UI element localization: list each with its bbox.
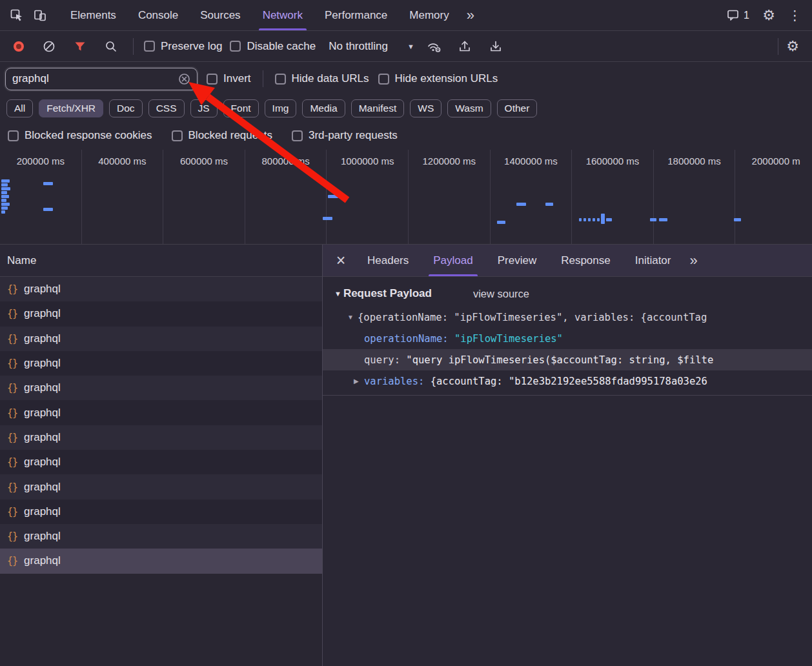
request-bar <box>545 203 553 206</box>
request-row[interactable]: {}graphql <box>0 301 322 326</box>
filter-chip-ws[interactable]: WS <box>410 99 442 117</box>
close-details-icon[interactable]: × <box>327 252 355 268</box>
request-row[interactable]: {}graphql <box>0 524 322 549</box>
record-network-log-button[interactable] <box>14 41 24 52</box>
request-row[interactable]: {}graphql <box>0 400 322 425</box>
filter-chip-media[interactable]: Media <box>302 99 345 117</box>
console-messages-indicator[interactable]: 1 <box>726 8 755 22</box>
tab-performance[interactable]: Performance <box>314 0 398 30</box>
filter-chip-font[interactable]: Font <box>223 99 259 117</box>
hide-extension-urls-checkbox[interactable]: Hide extension URLs <box>378 72 498 85</box>
filter-input[interactable] <box>12 72 173 85</box>
request-bar <box>1 195 9 198</box>
request-row[interactable]: {}graphql <box>0 425 322 450</box>
blocked-requests-checkbox[interactable]: Blocked requests <box>172 129 272 142</box>
tab-network[interactable]: Network <box>252 0 314 30</box>
more-tabs-icon[interactable]: » <box>460 7 481 24</box>
invert-checkbox[interactable]: Invert <box>207 72 251 85</box>
request-name: graphql <box>24 307 61 320</box>
json-file-icon: {} <box>7 456 17 468</box>
clear-network-log-icon[interactable] <box>37 35 61 58</box>
tab-console[interactable]: Console <box>127 0 189 30</box>
payload-variables-line[interactable]: ▶ variables: {accountTag: "b12e3b2192ee5… <box>323 370 812 392</box>
request-row[interactable]: {}graphql <box>0 376 322 400</box>
disable-cache-label: Disable cache <box>247 40 316 53</box>
settings-icon[interactable]: ⚙ <box>757 4 780 27</box>
filter-chip-img[interactable]: Img <box>265 99 297 117</box>
request-row[interactable]: {}graphql <box>0 277 322 301</box>
invert-label: Invert <box>223 72 251 85</box>
filter-chip-wasm[interactable]: Wasm <box>447 99 491 117</box>
filter-chip-css[interactable]: CSS <box>148 99 185 117</box>
checkbox-label: Blocked response cookies <box>25 129 152 142</box>
request-row[interactable]: {}graphql <box>0 450 322 474</box>
tab-sources[interactable]: Sources <box>189 0 251 30</box>
detail-tab-strip: HeadersPayloadPreviewResponseInitiator <box>355 245 683 276</box>
payload-root-line[interactable]: ▼ {operationName: "ipFlowTimeseries", va… <box>323 307 812 328</box>
filter-chip-other[interactable]: Other <box>497 99 538 117</box>
request-bar <box>734 218 741 221</box>
request-bar <box>593 218 595 221</box>
request-name: graphql <box>24 505 61 518</box>
request-row[interactable]: {}graphql <box>0 474 322 499</box>
filter-chip-doc[interactable]: Doc <box>109 99 143 117</box>
tab-memory[interactable]: Memory <box>398 0 460 30</box>
menu-icon[interactable]: ⋮ <box>783 8 807 22</box>
request-row[interactable]: {}graphql <box>0 549 322 573</box>
devtools-tabbar: ElementsConsoleSourcesNetworkPerformance… <box>0 0 812 31</box>
export-har-icon[interactable] <box>453 35 476 58</box>
request-bar <box>1 199 6 202</box>
disable-cache-checkbox[interactable]: Disable cache <box>230 40 316 53</box>
payload-operation-line[interactable]: operationName: "ipFlowTimeseries" <box>323 328 812 349</box>
preserve-log-checkbox[interactable]: Preserve log <box>144 40 222 53</box>
more-detail-tabs-icon[interactable]: » <box>683 252 704 269</box>
request-bar <box>584 218 586 221</box>
preserve-log-label: Preserve log <box>161 40 222 53</box>
hide-data-urls-checkbox[interactable]: Hide data URLs <box>275 72 369 85</box>
tabbar-right-controls: 1 ⚙ ⋮ <box>726 4 807 27</box>
detail-tab-payload[interactable]: Payload <box>421 245 485 276</box>
network-settings-icon[interactable]: ⚙ <box>781 35 804 58</box>
tab-elements[interactable]: Elements <box>59 0 127 30</box>
detail-tab-response[interactable]: Response <box>549 245 623 276</box>
import-har-icon[interactable] <box>484 35 507 58</box>
filter-chip-manifest[interactable]: Manifest <box>351 99 405 117</box>
hide-extension-urls-label: Hide extension URLs <box>395 72 498 85</box>
filter-chip-fetch-xhr[interactable]: Fetch/XHR <box>39 99 103 117</box>
filter-chip-js[interactable]: JS <box>190 99 218 117</box>
search-icon[interactable] <box>99 35 123 58</box>
filter-chip-all[interactable]: All <box>6 99 33 117</box>
request-payload-header: ▼ Request Payload view source <box>323 281 812 307</box>
filter-icon[interactable] <box>68 35 92 58</box>
detail-tab-preview[interactable]: Preview <box>485 245 549 276</box>
request-bar <box>601 214 605 224</box>
json-file-icon: {} <box>7 506 17 518</box>
request-row[interactable]: {}graphql <box>0 351 322 376</box>
detail-tab-initiator[interactable]: Initiator <box>623 245 684 276</box>
request-row[interactable]: {}graphql <box>0 500 322 524</box>
expand-icon[interactable]: ▶ <box>354 378 364 385</box>
blocked-response-cookies-checkbox[interactable]: Blocked response cookies <box>8 129 152 142</box>
payload-query-line[interactable]: query: "query ipFlowTimeseries($accountT… <box>323 349 812 370</box>
request-row[interactable]: {}graphql <box>0 327 322 351</box>
collapse-section-icon[interactable]: ▼ <box>334 290 341 298</box>
checkbox-icon <box>292 130 303 141</box>
network-split-view: Name {}graphql{}graphql{}graphql{}graphq… <box>0 245 812 666</box>
detail-tab-headers[interactable]: Headers <box>355 245 421 276</box>
3rd-party-requests-checkbox[interactable]: 3rd-party requests <box>292 129 398 142</box>
name-column-header[interactable]: Name <box>0 245 322 277</box>
network-conditions-icon[interactable] <box>422 35 445 58</box>
request-list: {}graphql{}graphql{}graphql{}graphql{}gr… <box>0 277 322 666</box>
expand-icon[interactable]: ▼ <box>347 314 358 321</box>
requests-panel: Name {}graphql{}graphql{}graphql{}graphq… <box>0 245 323 666</box>
inspect-element-icon[interactable] <box>5 4 28 27</box>
request-bar <box>43 208 53 211</box>
network-overview-timeline[interactable]: 200000 ms400000 ms600000 ms800000 ms1000… <box>0 150 812 245</box>
request-bar <box>497 221 505 224</box>
view-source-link[interactable]: view source <box>473 288 529 300</box>
hide-data-urls-label: Hide data URLs <box>292 72 369 85</box>
throttling-select[interactable]: No throttling ▼ <box>329 40 414 53</box>
device-toolbar-icon[interactable] <box>28 4 52 27</box>
request-bar <box>606 218 612 221</box>
clear-filter-icon[interactable] <box>178 73 190 85</box>
